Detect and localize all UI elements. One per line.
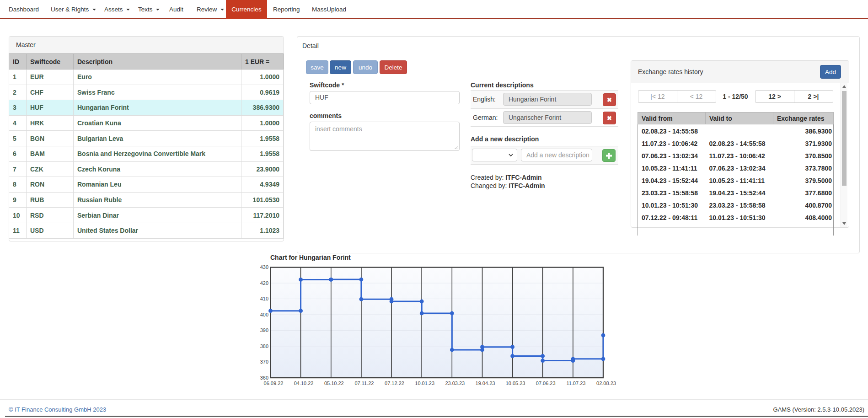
svg-text:370: 370: [260, 359, 268, 364]
svg-text:420: 420: [260, 280, 268, 286]
svg-text:400: 400: [260, 312, 268, 317]
svg-text:410: 410: [260, 296, 268, 301]
svg-text:23.03.23: 23.03.23: [445, 380, 465, 386]
svg-text:02.08.23: 02.08.23: [596, 380, 616, 386]
svg-text:07.06.23: 07.06.23: [536, 380, 556, 386]
svg-text:07.11.22: 07.11.22: [354, 380, 374, 386]
svg-text:04.10.22: 04.10.22: [294, 380, 314, 386]
svg-text:360: 360: [260, 375, 268, 380]
svg-text:05.10.22: 05.10.22: [324, 380, 344, 386]
svg-text:06.09.22: 06.09.22: [264, 380, 284, 386]
svg-text:11.07.23: 11.07.23: [566, 380, 585, 386]
svg-text:07.12.22: 07.12.22: [385, 380, 404, 386]
svg-text:10.05.23: 10.05.23: [506, 380, 525, 386]
svg-text:10.01.23: 10.01.23: [415, 380, 434, 386]
svg-text:390: 390: [260, 327, 268, 333]
svg-text:430: 430: [260, 264, 268, 270]
svg-text:19.04.23: 19.04.23: [476, 380, 495, 386]
svg-text:380: 380: [260, 343, 268, 349]
